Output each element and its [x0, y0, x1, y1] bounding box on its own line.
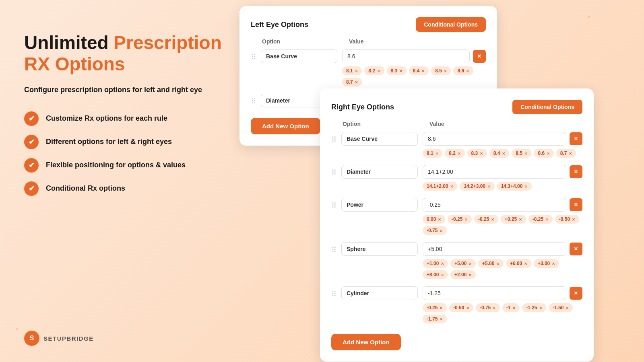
left-eye-add-btn[interactable]: Add New Option [251, 118, 320, 134]
drag-handle-icon[interactable]: ⠿ [331, 201, 336, 210]
tag-remove-btn[interactable]: × [458, 151, 461, 156]
value-section: ×0.00×-0.25×-0.25×+0.25×-0.25×-0.50×-0.7… [423, 198, 582, 235]
value-tag: -0.25× [474, 215, 498, 224]
option-name-input[interactable] [341, 286, 418, 300]
value-input[interactable] [423, 286, 566, 300]
value-input[interactable] [342, 49, 470, 63]
tag-remove-btn[interactable]: × [569, 151, 572, 156]
tag-remove-btn[interactable]: × [440, 317, 443, 322]
tag-remove-btn[interactable]: × [438, 217, 441, 222]
tag-remove-btn[interactable]: × [552, 261, 555, 266]
tag-remove-btn[interactable]: × [547, 151, 550, 156]
option-name-input[interactable] [341, 132, 418, 146]
value-input[interactable] [423, 198, 566, 212]
value-tag: 8.3× [387, 66, 407, 75]
value-tag: -0.75× [423, 226, 447, 235]
right-eye-add-btn[interactable]: Add New Option [331, 334, 401, 350]
value-tag: 8.5× [512, 149, 531, 158]
value-tag: +0.25× [501, 215, 526, 224]
option-name-input[interactable] [341, 242, 418, 256]
value-input-row: × [423, 198, 582, 212]
delete-option-btn[interactable]: × [570, 287, 582, 300]
right-eye-conditional-btn[interactable]: Conditional Options [512, 100, 582, 114]
option-name-input[interactable] [261, 49, 337, 63]
right-eye-col-headers: Option Value [331, 121, 582, 127]
delete-option-btn[interactable]: × [570, 198, 582, 211]
value-tag: 8.3× [467, 149, 487, 158]
drag-handle-icon[interactable]: ⠿ [331, 135, 336, 144]
value-tag: -0.75× [476, 303, 500, 312]
tag-remove-btn[interactable]: × [502, 151, 506, 156]
value-tag: +6.00× [506, 259, 531, 268]
option-row: ⠿×8.1×8.2×8.3×8.4×8.5×8.6×8.7× [251, 49, 486, 86]
value-section: ×+1.00×+5.00×+5.00×+6.00×+3.00×+8.00×+2.… [423, 242, 582, 279]
tag-remove-btn[interactable]: × [545, 217, 549, 222]
drag-handle-icon[interactable]: ⠿ [331, 168, 336, 177]
tag-remove-btn[interactable]: × [491, 217, 494, 222]
tag-remove-btn[interactable]: × [469, 272, 472, 278]
tag-remove-btn[interactable]: × [422, 68, 425, 74]
value-input-row: × [423, 132, 582, 146]
option-name-input[interactable] [341, 165, 418, 179]
delete-option-btn[interactable]: × [570, 165, 582, 178]
check-icon: ✔ [24, 111, 39, 126]
right-eye-card-header: Right Eye Options Conditional Options [331, 100, 582, 114]
option-row: ⠿×-0.25×-0.50×-0.75×-1×-1.25×-1.50×-1.75… [331, 286, 582, 323]
tag-remove-btn[interactable]: × [524, 261, 527, 266]
tag-remove-btn[interactable]: × [377, 68, 380, 74]
tag-remove-btn[interactable]: × [513, 305, 516, 311]
value-tag: 8.4× [409, 66, 429, 75]
tag-remove-btn[interactable]: × [450, 184, 454, 189]
tag-remove-btn[interactable]: × [519, 217, 522, 222]
tag-remove-btn[interactable]: × [464, 217, 468, 222]
drag-handle-icon[interactable]: ⠿ [251, 97, 256, 106]
tag-remove-btn[interactable]: × [444, 68, 447, 74]
tag-remove-btn[interactable]: × [466, 305, 469, 311]
value-input-row: × [423, 242, 582, 256]
tag-remove-btn[interactable]: × [469, 261, 472, 266]
value-tag: 8.5× [431, 66, 451, 75]
value-tag: 8.7× [556, 149, 576, 158]
tag-remove-btn[interactable]: × [441, 272, 444, 278]
feature-item: ✔Conditional Rx options [24, 181, 250, 196]
tag-remove-btn[interactable]: × [440, 228, 443, 233]
drag-handle-icon[interactable]: ⠿ [251, 53, 256, 62]
tag-remove-btn[interactable]: × [487, 184, 491, 189]
tag-remove-btn[interactable]: × [466, 68, 469, 74]
right-eye-col-value: Value [429, 121, 582, 127]
tag-remove-btn[interactable]: × [480, 151, 483, 156]
tag-remove-btn[interactable]: × [441, 261, 444, 266]
delete-option-btn[interactable]: × [570, 243, 582, 255]
value-tag: -1.75× [423, 315, 447, 323]
brand: S SETUPBRIDGE [24, 331, 94, 346]
tag-remove-btn[interactable]: × [539, 305, 542, 311]
value-input[interactable] [423, 165, 566, 179]
delete-option-btn[interactable]: × [473, 50, 486, 63]
value-tag: +5.00× [478, 259, 504, 268]
delete-option-btn[interactable]: × [570, 132, 582, 145]
tag-remove-btn[interactable]: × [496, 261, 500, 266]
value-tag: 8.1× [423, 149, 442, 158]
tag-remove-btn[interactable]: × [566, 305, 569, 311]
value-tag: -0.25× [528, 215, 553, 224]
tag-remove-btn[interactable]: × [524, 151, 528, 156]
check-icon: ✔ [24, 158, 39, 173]
tag-remove-btn[interactable]: × [493, 305, 496, 311]
tag-remove-btn[interactable]: × [355, 68, 358, 74]
dot-pattern-bottom-left: for(let i=0;i<25;i++) document.currentSc… [16, 328, 49, 330]
left-eye-conditional-btn[interactable]: Conditional Options [416, 17, 486, 32]
tag-remove-btn[interactable]: × [355, 80, 358, 85]
brand-logo: S [24, 331, 39, 346]
value-input[interactable] [423, 242, 566, 256]
tag-remove-btn[interactable]: × [399, 68, 402, 74]
value-input[interactable] [423, 132, 566, 146]
tag-remove-btn[interactable]: × [524, 184, 528, 189]
tag-remove-btn[interactable]: × [572, 217, 575, 222]
value-tag: 8.2× [445, 149, 464, 158]
value-input-row: × [423, 286, 582, 300]
tag-remove-btn[interactable]: × [436, 151, 439, 156]
option-name-input[interactable] [341, 198, 418, 212]
drag-handle-icon[interactable]: ⠿ [331, 245, 336, 254]
tag-remove-btn[interactable]: × [440, 305, 443, 311]
drag-handle-icon[interactable]: ⠿ [331, 290, 336, 298]
